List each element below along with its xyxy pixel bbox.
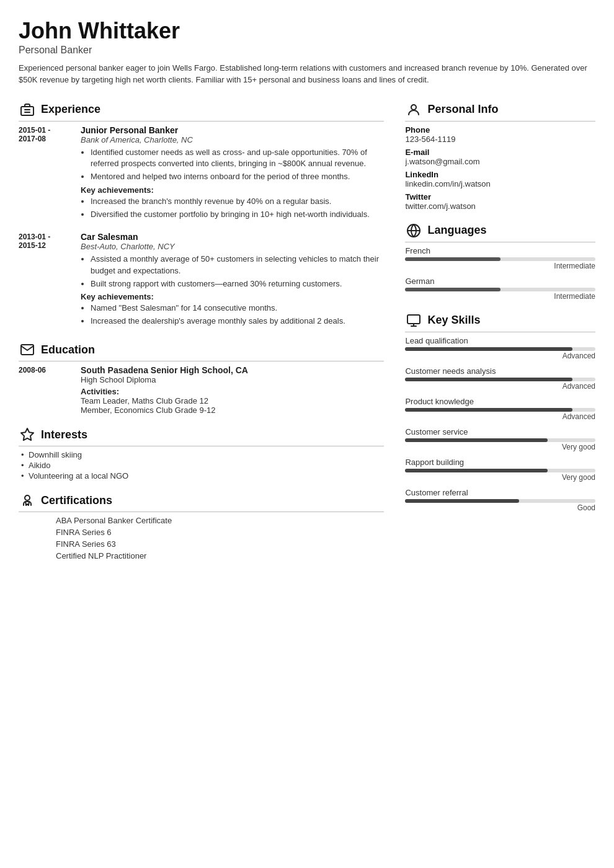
interest-1: Aikido — [19, 461, 384, 470]
certifications-header: Certifications — [19, 492, 384, 512]
exp-bullet-1-1: Mentored and helped two interns onboard … — [91, 171, 384, 183]
key-skills-section: Key Skills Lead qualification Advanced C… — [405, 312, 595, 512]
education-header: Education — [19, 341, 384, 361]
cert-0: ABA Personal Banker Certificate — [56, 516, 384, 525]
exp-company-1: Bank of America, Charlotte, NC — [81, 135, 384, 144]
left-column: Experience 2015-01 - 2017-08 Junior Pers… — [19, 101, 399, 843]
exp-achievement-2-1: Increased the dealership's average month… — [91, 316, 384, 327]
exp-achievements-label-1: Key achievements: — [81, 185, 384, 195]
exp-content-2: Car Salesman Best-Auto, Charlotte, NCY A… — [81, 232, 384, 330]
lang-french: French Intermediate — [405, 246, 595, 270]
skill-name-5: Customer referral — [405, 488, 595, 497]
exp-content-1: Junior Personal Banker Bank of America, … — [81, 125, 384, 223]
exp-bullet-1-0: Identified customer needs as well as cro… — [91, 147, 384, 170]
lang-bar-bg-0 — [405, 257, 595, 261]
skill-bar-fill-0 — [405, 347, 572, 351]
certifications-title: Certifications — [41, 494, 112, 507]
lang-bar-bg-1 — [405, 288, 595, 291]
skill-bar-bg-1 — [405, 378, 595, 381]
svg-rect-8 — [407, 315, 420, 324]
exp-title-1: Junior Personal Banker — [81, 125, 384, 135]
svg-marker-4 — [21, 428, 33, 440]
key-skills-title: Key Skills — [427, 314, 480, 327]
education-icon — [19, 341, 36, 358]
languages-title: Languages — [427, 224, 486, 237]
key-skills-header: Key Skills — [405, 312, 595, 332]
skill-level-5: Good — [405, 503, 595, 512]
skill-level-4: Very good — [405, 473, 595, 482]
edu-degree-1: High School Diploma — [81, 375, 248, 384]
skill-name-2: Product knowledge — [405, 397, 595, 406]
cert-2: FINRA Series 63 — [56, 539, 384, 549]
skill-3: Customer service Very good — [405, 427, 595, 451]
resume-page: John Whittaker Personal Banker Experienc… — [0, 0, 614, 868]
exp-entry-1: 2015-01 - 2017-08 Junior Personal Banker… — [19, 125, 384, 223]
svg-point-5 — [25, 495, 30, 500]
skill-name-1: Customer needs analysis — [405, 366, 595, 376]
certifications-list: ABA Personal Banker Certificate FINRA Se… — [19, 516, 384, 560]
exp-achievement-2-0: Named "Best Salesman" for 14 consecutive… — [91, 303, 384, 314]
skill-name-4: Rapport building — [405, 458, 595, 467]
skill-name-0: Lead qualification — [405, 336, 595, 345]
languages-header: Languages — [405, 222, 595, 242]
personal-info-header: Personal Info — [405, 101, 595, 122]
lang-name-1: German — [405, 277, 595, 286]
skill-level-3: Very good — [405, 443, 595, 451]
skill-level-1: Advanced — [405, 382, 595, 391]
personal-info-title: Personal Info — [427, 103, 498, 116]
education-title: Education — [41, 343, 95, 356]
resume-header: John Whittaker Personal Banker Experienc… — [19, 19, 595, 86]
skill-bar-bg-3 — [405, 438, 595, 442]
skill-1: Customer needs analysis Advanced — [405, 366, 595, 391]
interests-title: Interests — [41, 428, 87, 441]
key-skills-icon — [405, 312, 422, 329]
skill-4: Rapport building Very good — [405, 458, 595, 482]
lang-german: German Intermediate — [405, 277, 595, 301]
skill-bar-fill-3 — [405, 438, 548, 442]
personal-info-icon — [405, 101, 422, 118]
experience-title: Experience — [41, 103, 100, 116]
skill-name-3: Customer service — [405, 427, 595, 436]
personal-info-section: Personal Info Phone 123-564-1119 E-mail … — [405, 101, 595, 211]
edu-dates-1: 2008-06 — [19, 365, 74, 415]
interests-icon — [19, 426, 36, 443]
skill-bar-bg-4 — [405, 469, 595, 472]
experience-section: Experience 2015-01 - 2017-08 Junior Pers… — [19, 101, 384, 330]
personal-info-grid: Phone 123-564-1119 E-mail j.watson@gmail… — [405, 125, 595, 211]
skill-bar-fill-4 — [405, 469, 548, 472]
edu-activities-label-1: Activities: — [81, 387, 248, 396]
exp-company-2: Best-Auto, Charlotte, NCY — [81, 242, 384, 251]
edu-school-1: South Pasadena Senior High School, CA — [81, 365, 248, 375]
edu-activity-1-0: Team Leader, Maths Club Grade 12 — [81, 396, 248, 405]
lang-name-0: French — [405, 246, 595, 255]
languages-icon — [405, 222, 422, 239]
certifications-icon — [19, 492, 36, 509]
svg-point-6 — [411, 105, 416, 110]
exp-achievement-1-0: Increased the branch's monthly revenue b… — [91, 196, 384, 208]
candidate-name: John Whittaker — [19, 19, 595, 43]
lang-level-1: Intermediate — [405, 292, 595, 301]
edu-entry-1: 2008-06 South Pasadena Senior High Schoo… — [19, 365, 384, 415]
exp-achievement-1-1: Diversified the customer portfolio by br… — [91, 209, 384, 221]
languages-section: Languages French Intermediate German Int… — [405, 222, 595, 301]
lang-bar-fill-0 — [405, 257, 500, 261]
skill-bar-fill-2 — [405, 408, 572, 412]
info-twitter: Twitter twitter.com/j.watson — [405, 192, 595, 211]
interests-section: Interests Downhill skiing Aikido Volunte… — [19, 426, 384, 480]
skill-bar-fill-1 — [405, 378, 572, 381]
skill-2: Product knowledge Advanced — [405, 397, 595, 421]
interests-list: Downhill skiing Aikido Volunteering at a… — [19, 450, 384, 480]
skill-bar-bg-5 — [405, 499, 595, 503]
certifications-section: Certifications ABA Personal Banker Certi… — [19, 492, 384, 560]
exp-dates-2: 2013-01 - 2015-12 — [19, 232, 74, 330]
exp-achievements-label-2: Key achievements: — [81, 292, 384, 301]
right-column: Personal Info Phone 123-564-1119 E-mail … — [399, 101, 595, 843]
exp-achievements-list-2: Named "Best Salesman" for 14 consecutive… — [81, 303, 384, 327]
main-content: Experience 2015-01 - 2017-08 Junior Pers… — [19, 101, 595, 843]
job-title: Personal Banker — [19, 45, 595, 56]
exp-entry-2: 2013-01 - 2015-12 Car Salesman Best-Auto… — [19, 232, 384, 330]
skill-bar-bg-0 — [405, 347, 595, 351]
info-email: E-mail j.watson@gmail.com — [405, 148, 595, 166]
exp-achievements-list-1: Increased the branch's monthly revenue b… — [81, 196, 384, 221]
skill-5: Customer referral Good — [405, 488, 595, 512]
